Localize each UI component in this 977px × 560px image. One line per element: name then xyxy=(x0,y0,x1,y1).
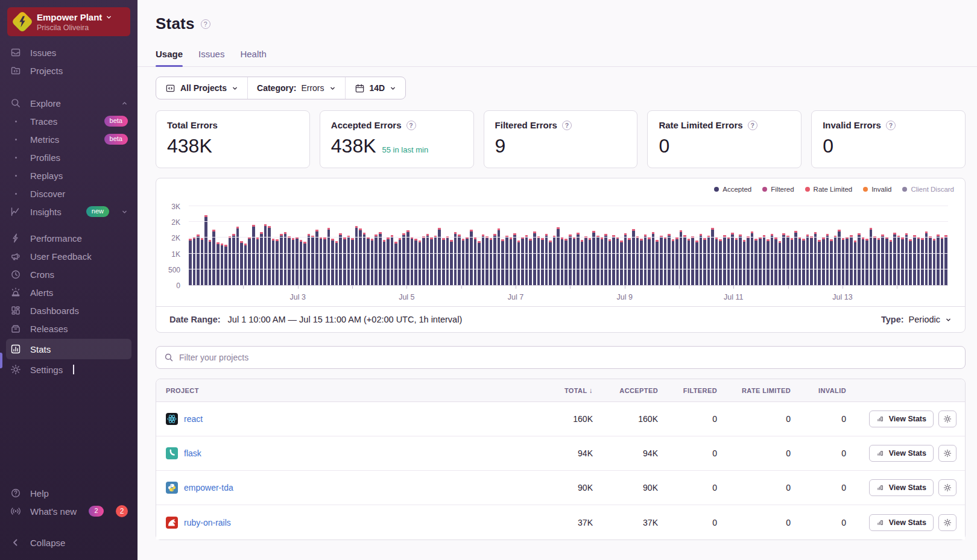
invalid-cell: 0 xyxy=(792,448,847,458)
collapse-button[interactable]: Collapse xyxy=(0,533,138,552)
gear-icon xyxy=(943,518,952,527)
project-cell: empower-tda xyxy=(156,482,537,494)
chart-bar xyxy=(885,237,888,285)
sidebar-item-label: Traces xyxy=(30,116,57,127)
view-stats-button[interactable]: View Stats xyxy=(869,445,934,462)
help-icon[interactable]: ? xyxy=(406,121,416,130)
chart-bar xyxy=(529,239,532,285)
project-search xyxy=(156,346,966,369)
legend-item[interactable]: Accepted xyxy=(714,186,751,193)
tab-health[interactable]: Health xyxy=(240,49,266,66)
chart-bar xyxy=(873,236,876,285)
column-header-accepted[interactable]: ACCEPTED xyxy=(594,387,659,394)
sidebar-item-performance[interactable]: Performance xyxy=(0,229,138,247)
chart-bar xyxy=(786,236,789,285)
chart-bar xyxy=(794,231,797,285)
category-dropdown[interactable]: Category: Errors xyxy=(247,77,344,99)
project-settings-button[interactable] xyxy=(938,445,956,462)
chart-bar xyxy=(327,228,330,285)
project-settings-button[interactable] xyxy=(938,514,956,531)
chart-bar xyxy=(236,227,239,285)
explore-section: Explore TracesbetaMetricsbetaProfilesRep… xyxy=(0,94,138,221)
chart-bar xyxy=(604,234,607,285)
project-link[interactable]: react xyxy=(184,414,203,424)
stat-card-number: 9 xyxy=(495,135,506,157)
column-header-filtered[interactable]: FILTERED xyxy=(659,387,718,394)
sidebar-item-crons[interactable]: Crons xyxy=(0,265,138,283)
help-icon[interactable]: ? xyxy=(886,121,896,130)
help-icon[interactable]: ? xyxy=(748,121,757,130)
rate-limited-cell: 0 xyxy=(718,518,792,527)
sidebar-item-settings[interactable]: Settings xyxy=(0,360,138,379)
chart-bar xyxy=(561,238,564,285)
chart-bar xyxy=(779,241,782,285)
legend-item[interactable]: Rate Limited xyxy=(805,186,853,193)
gridline xyxy=(189,221,948,222)
column-header-invalid[interactable]: INVALID xyxy=(792,387,847,394)
project-settings-button[interactable] xyxy=(938,479,956,496)
project-link[interactable]: flask xyxy=(184,448,201,458)
sidebar-item-issues[interactable]: Issues xyxy=(0,43,138,61)
y-axis-tick-label: 2K xyxy=(171,234,180,242)
column-header-rate-limited[interactable]: RATE LIMITED xyxy=(718,387,792,394)
sidebar-item-discover[interactable]: Discover xyxy=(0,184,138,203)
chart-bar xyxy=(909,239,912,285)
column-header-label: FILTERED xyxy=(683,387,717,394)
sidebar-item-user-feedback[interactable]: User Feedback xyxy=(0,247,138,265)
org-text: Empower Plant Priscila Oliveira xyxy=(37,12,112,32)
project-link[interactable]: empower-tda xyxy=(184,483,233,492)
view-stats-button[interactable]: View Stats xyxy=(869,479,934,496)
sidebar-item-replays[interactable]: Replays xyxy=(0,166,138,184)
beta-badge: beta xyxy=(104,116,128,127)
sidebar-item-stats[interactable]: Stats xyxy=(6,339,131,359)
y-axis-tick-label: 3K xyxy=(171,203,180,211)
type-dropdown[interactable]: Type: Periodic xyxy=(881,315,952,324)
project-filter-dropdown[interactable]: All Projects xyxy=(156,77,247,99)
column-header-total[interactable]: TOTAL↓ xyxy=(537,386,594,395)
sidebar-item-traces[interactable]: Tracesbeta xyxy=(0,112,138,130)
legend-item[interactable]: Client Discard xyxy=(902,186,954,193)
stat-card-title-text: Filtered Errors xyxy=(495,120,557,130)
project-link[interactable]: ruby-on-rails xyxy=(184,518,231,527)
chart-bar xyxy=(355,226,358,285)
gridline xyxy=(189,253,948,254)
tab-issues[interactable]: Issues xyxy=(198,49,224,66)
sidebar-item-insights[interactable]: Insightsnew xyxy=(0,203,138,221)
insights-icon xyxy=(10,206,22,217)
help-icon[interactable]: ? xyxy=(562,121,572,130)
org-switcher[interactable]: Empower Plant Priscila Oliveira xyxy=(7,7,130,36)
sidebar-item-label: User Feedback xyxy=(30,251,92,262)
view-stats-label: View Stats xyxy=(889,518,926,527)
chart-bar xyxy=(343,238,346,285)
project-search-input[interactable] xyxy=(179,353,957,362)
sidebar-item-metrics[interactable]: Metricsbeta xyxy=(0,130,138,148)
view-stats-button[interactable]: View Stats xyxy=(869,514,934,531)
legend-item[interactable]: Filtered xyxy=(762,186,794,193)
column-header-project[interactable]: PROJECT xyxy=(156,387,537,394)
chart-bar xyxy=(383,240,386,285)
sidebar-item-releases[interactable]: Releases xyxy=(0,319,138,338)
sidebar-item-profiles[interactable]: Profiles xyxy=(0,148,138,166)
total-cell: 90K xyxy=(537,483,594,492)
tab-usage[interactable]: Usage xyxy=(156,49,183,66)
releases-icon xyxy=(10,323,22,334)
chart-bar xyxy=(217,242,220,285)
view-stats-button[interactable]: View Stats xyxy=(869,411,934,427)
help-icon[interactable]: ? xyxy=(201,19,210,29)
sidebar-item-help[interactable]: Help xyxy=(0,484,138,502)
chart-bar xyxy=(189,239,192,285)
sidebar-item-label: Issues xyxy=(30,48,56,58)
type-label: Type: xyxy=(881,315,904,324)
sidebar-item-what-s-new[interactable]: What's new22 xyxy=(0,502,138,520)
legend-item[interactable]: Invalid xyxy=(863,186,891,193)
sidebar-item-alerts[interactable]: Alerts xyxy=(0,283,138,301)
sidebar-item-explore[interactable]: Explore xyxy=(0,94,138,112)
chart-bar xyxy=(501,239,504,285)
project-settings-button[interactable] xyxy=(938,411,956,427)
sidebar-item-dashboards[interactable]: Dashboards xyxy=(0,301,138,319)
chart-bar xyxy=(683,235,686,285)
chart-bar xyxy=(525,235,528,285)
chart-bar xyxy=(564,239,568,285)
sidebar-item-projects[interactable]: Projects xyxy=(0,61,138,80)
period-dropdown[interactable]: 14D xyxy=(345,77,406,99)
